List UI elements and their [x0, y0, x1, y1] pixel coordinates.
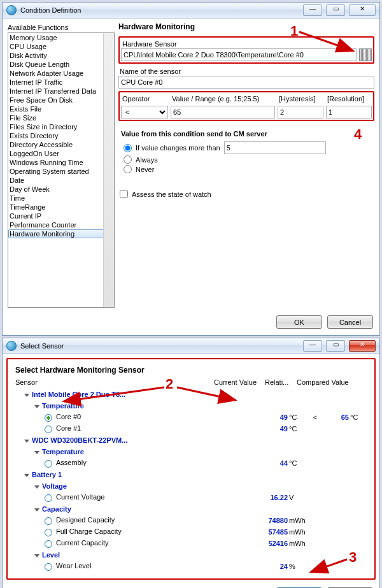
cancel-button[interactable]: Cancel	[327, 315, 373, 329]
sensor-group[interactable]: Capacity	[15, 503, 367, 515]
radio-always[interactable]	[124, 155, 132, 164]
minimize-button[interactable]: —	[303, 340, 322, 352]
radio-if-value-changes[interactable]	[124, 144, 132, 152]
radio-if-value-changes-label: If value changes more than	[136, 144, 220, 152]
titlebar[interactable]: Select Sensor — ▭ ✕	[3, 338, 379, 354]
close-button[interactable]: ✕	[349, 340, 376, 352]
operator-label: Operator	[122, 95, 168, 103]
hardware-sensor-label: Hardware Sensor	[122, 40, 372, 48]
col-current: Current Value	[214, 378, 265, 386]
sensor-tree[interactable]: Intel Mobile Core 2 Duo T8...Temperature…	[15, 389, 367, 572]
sensor-item[interactable]: Current Capacity52416mWh	[15, 538, 367, 549]
function-item[interactable]: Hardware Monitoring	[8, 229, 114, 238]
sensor-group[interactable]: Temperature	[15, 400, 367, 412]
function-item[interactable]: Exists Directory	[8, 131, 114, 140]
sensor-device[interactable]: Battery 1	[15, 469, 367, 480]
radio-always-label: Always	[136, 156, 158, 164]
hysteresis-input[interactable]	[278, 106, 323, 118]
changes-threshold-input[interactable]	[224, 141, 326, 154]
function-item[interactable]: Internet IP Traffic	[8, 78, 114, 87]
function-item[interactable]: Day of Week	[8, 185, 114, 194]
function-item[interactable]: CPU Usage	[8, 42, 114, 51]
titlebar[interactable]: Condition Definition — ▭ ✕	[3, 3, 379, 18]
assess-state-label: Assess the state of watch	[132, 190, 211, 198]
sensor-device[interactable]: Intel Mobile Core 2 Duo T8...	[15, 389, 367, 400]
available-functions-list[interactable]: Memory UsageCPU UsageDisk ActivityDisk Q…	[8, 32, 115, 308]
tree-columns: Sensor Current Value Relati... Compared …	[15, 377, 367, 387]
operator-group: Operator Value / Range (e.g. 15;25.5) [H…	[118, 91, 374, 121]
col-relation: Relati...	[265, 378, 297, 386]
function-item[interactable]: Operating System started	[8, 167, 114, 176]
sensor-group[interactable]: Temperature	[15, 446, 367, 457]
hardware-sensor-group: Hardware Sensor	[118, 36, 374, 64]
function-item[interactable]: File Size	[8, 113, 114, 122]
radio-never[interactable]	[124, 165, 132, 173]
condition-definition-window: Condition Definition — ▭ ✕ Available Fun…	[2, 2, 380, 336]
value-range-label: Value / Range (e.g. 15;25.5)	[172, 95, 275, 103]
window-title: Select Sensor	[20, 342, 64, 350]
page-heading: Hardware Monitoring	[118, 22, 374, 31]
sensor-name-input[interactable]	[118, 76, 374, 89]
sensor-device[interactable]: WDC WD3200BEKT-22PVM...	[15, 434, 367, 446]
app-icon	[6, 341, 17, 351]
scrollbar[interactable]	[103, 33, 114, 307]
available-functions-label: Available Functions	[8, 22, 115, 32]
sensor-item[interactable]: Full Charge Capacity57485mWh	[15, 526, 367, 538]
function-item[interactable]: Files Size in Directory	[8, 122, 114, 131]
sensor-item[interactable]: Core #049°C<65°C	[15, 412, 367, 423]
sensor-group[interactable]: Voltage	[15, 480, 367, 492]
function-item[interactable]: Internet IP Transferred Data	[8, 87, 114, 96]
function-item[interactable]: TimeRange	[8, 203, 114, 212]
operator-select[interactable]: <	[121, 106, 168, 118]
close-button[interactable]: ✕	[349, 4, 376, 16]
sensor-item[interactable]: Designed Capacity74880mWh	[15, 515, 367, 526]
app-icon	[6, 5, 17, 15]
sensor-item[interactable]: Wear Level24%	[15, 561, 367, 572]
col-compared: Compared Value	[297, 378, 367, 386]
function-item[interactable]: Disk Queue Length	[8, 60, 114, 69]
function-item[interactable]: Exists File	[8, 104, 114, 113]
function-item[interactable]: Disk Activity	[8, 51, 114, 60]
function-item[interactable]: Directory Accessible	[8, 140, 114, 149]
function-item[interactable]: Windows Running Time	[8, 158, 114, 167]
assess-state-checkbox[interactable]	[120, 190, 128, 198]
window-title: Condition Definition	[20, 6, 81, 14]
col-sensor: Sensor	[15, 378, 214, 386]
radio-never-label: Never	[136, 166, 154, 173]
sensor-item[interactable]: Assembly44°C	[15, 457, 367, 469]
maximize-button[interactable]: ▭	[326, 4, 345, 16]
maximize-button[interactable]: ▭	[326, 340, 345, 352]
function-item[interactable]: Free Space On Disk	[8, 96, 114, 104]
resolution-input[interactable]	[326, 106, 372, 118]
hysteresis-label: [Hysteresis]	[279, 95, 323, 103]
function-item[interactable]: Current IP	[8, 212, 114, 220]
sensor-item[interactable]: Current Voltage16.22V	[15, 492, 367, 503]
sensor-group[interactable]: Level	[15, 549, 367, 561]
function-item[interactable]: LoggedOn User	[8, 149, 114, 158]
function-item[interactable]: Time	[8, 194, 114, 203]
value-input[interactable]	[171, 106, 275, 118]
sensor-picker-button[interactable]	[359, 48, 372, 61]
resolution-label: [Resolution]	[327, 95, 372, 103]
ok-button[interactable]: OK	[276, 315, 322, 329]
sensor-name-label: Name of the sensor	[120, 68, 374, 75]
function-item[interactable]: Memory Usage	[8, 33, 114, 42]
hardware-sensor-input[interactable]	[121, 48, 357, 61]
minimize-button[interactable]: —	[303, 4, 322, 16]
function-item[interactable]: Performance Counter	[8, 220, 114, 229]
function-item[interactable]: Network Adapter Usage	[8, 69, 114, 78]
send-to-cm-label: Value from this condition send to CM ser…	[121, 130, 374, 138]
select-sensor-window: Select Sensor — ▭ ✕ Select Hardware Moni…	[2, 338, 380, 588]
sensor-item[interactable]: Core #149°C	[15, 423, 367, 434]
function-item[interactable]: Date	[8, 176, 114, 185]
select-sensor-heading: Select Hardware Monitoring Sensor	[15, 366, 367, 375]
